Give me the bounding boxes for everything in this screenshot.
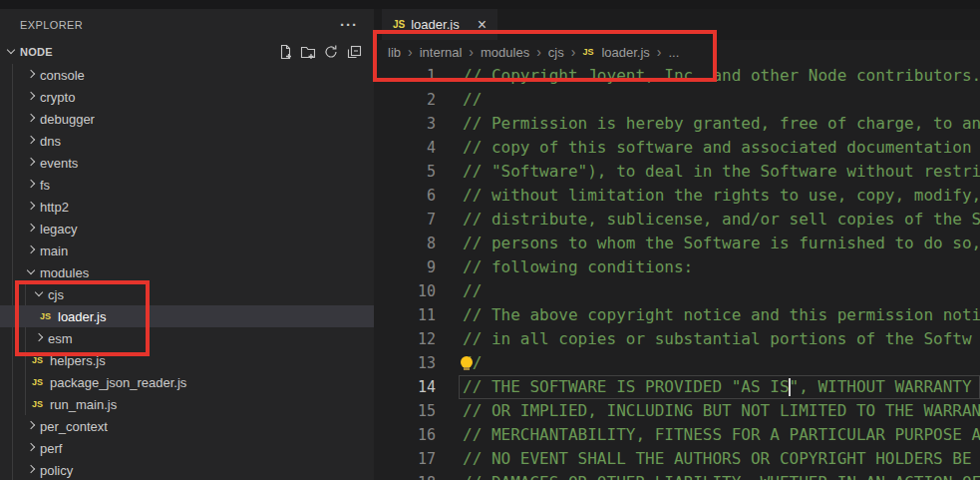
line-number[interactable]: 8 [374,232,436,255]
tree-item-per-context[interactable]: per_context [0,415,374,437]
code-line-10[interactable]: 10 // [374,279,980,303]
breadcrumb-item-lib[interactable]: lib [388,45,401,60]
breadcrumb-item-[interactable]: ... [668,45,679,60]
line-number[interactable]: 10 [374,279,436,303]
code-line-text: // copy of this software and associated … [459,136,980,160]
line-number[interactable]: 13 [374,351,436,375]
breadcrumb-item-modules[interactable]: modules [481,45,529,60]
code-line-16[interactable]: 16 // MERCHANTABILITY, FITNESS FOR A PAR… [374,423,980,447]
code-line-18[interactable]: 18 // DAMAGES OR OTHER LIABILITY, WHETHE… [374,471,980,480]
code-line-text: // [459,279,980,303]
new-file-icon[interactable] [277,44,293,60]
breadcrumb-item-cjs[interactable]: cjs [548,45,564,60]
line-number[interactable]: 2 [374,88,436,112]
tree-item-run-main-js[interactable]: JS run_main.js [0,393,374,415]
line-number[interactable]: 14 [374,375,436,399]
breadcrumb-separator-icon: › [657,44,662,60]
tree-item-label: policy [40,463,73,478]
tree-item-fs[interactable]: fs [0,174,374,196]
refresh-icon[interactable] [323,44,339,60]
code-line-8[interactable]: 8 // persons to whom the Software is fur… [374,232,980,255]
line-number[interactable]: 5 [374,160,436,184]
chevron-down-icon [4,45,18,59]
breadcrumb-item-loader-js[interactable]: JS loader.js [582,45,649,60]
chevron-icon [24,419,38,433]
chevron-icon [24,112,38,126]
tree-item-helpers-js[interactable]: JS helpers.js [0,349,374,371]
tree-item-label: loader.js [58,309,106,324]
code-line-12[interactable]: 12 // in all copies or substantial porti… [374,327,980,351]
lightbulb-icon[interactable] [461,356,473,368]
node-section-header[interactable]: NODE [0,40,374,64]
js-file-icon: JS [32,399,47,409]
js-file-icon: JS [393,19,405,30]
window-titlebar-strip [0,0,980,9]
tree-item-policy[interactable]: policy [0,459,374,480]
vscode-window: EXPLORER ··· NODE [0,0,980,480]
code-line-15[interactable]: 15 // OR IMPLIED, INCLUDING BUT NOT LIMI… [374,399,980,423]
tree-item-perf[interactable]: perf [0,437,374,459]
tree-item-crypto[interactable]: crypto [0,86,374,108]
code-line-4[interactable]: 4 // copy of this software and associate… [374,136,980,160]
line-number[interactable]: 16 [374,423,436,447]
code-line-14[interactable]: 14 // THE SOFTWARE IS PROVIDED "AS IS", … [374,375,980,399]
line-number[interactable]: 1 [374,64,436,88]
line-number[interactable]: 18 [374,471,436,480]
code-line-text: // distribute, sublicense, and/or sell c… [459,208,980,232]
tab-bar: JS loader.js × [374,9,980,40]
code-line-text: // [459,351,980,375]
tree-item-legacy[interactable]: legacy [0,218,374,240]
explorer-sidebar: EXPLORER ··· NODE [0,9,374,480]
code-line-text: // OR IMPLIED, INCLUDING BUT NOT LIMITED… [459,399,980,423]
line-number[interactable]: 9 [374,255,436,279]
new-folder-icon[interactable] [300,44,316,60]
line-number[interactable]: 15 [374,399,436,423]
code-line-text: // The above copyright notice and this p… [459,303,980,327]
code-line-11[interactable]: 11 // The above copyright notice and thi… [374,303,980,327]
breadcrumb-separator-icon: › [469,44,474,60]
tree-item-cjs[interactable]: cjs [0,283,374,305]
code-line-2[interactable]: 2 // [374,88,980,112]
line-number[interactable]: 17 [374,447,436,471]
chevron-icon [24,134,38,148]
line-number[interactable]: 3 [374,112,436,136]
chevron-icon [32,331,46,345]
close-icon[interactable]: × [478,18,487,32]
code-line-13[interactable]: 13 // [374,351,980,375]
tree-item-loader-js[interactable]: JS loader.js [0,305,374,327]
code-line-5[interactable]: 5 // "Software"), to deal in the Softwar… [374,160,980,184]
tree-item-esm[interactable]: esm [0,327,374,349]
tree-item-label: cjs [48,287,64,302]
line-number[interactable]: 12 [374,327,436,351]
line-number[interactable]: 4 [374,136,436,160]
tree-item-label: perf [40,441,62,456]
breadcrumb-label: cjs [548,45,564,60]
code-line-3[interactable]: 3 // Permission is hereby granted, free … [374,112,980,136]
code-line-7[interactable]: 7 // distribute, sublicense, and/or sell… [374,208,980,232]
tree-item-console[interactable]: console [0,64,374,86]
code-line-9[interactable]: 9 // following conditions: [374,255,980,279]
tree-item-main[interactable]: main [0,240,374,261]
code-line-text: // "Software"), to deal in the Software … [459,160,980,184]
code-line-1[interactable]: 1 // Copyright Joyent, Inc. and other No… [374,64,980,88]
code-line-6[interactable]: 6 // without limitation the rights to us… [374,184,980,208]
tree-item-debugger[interactable]: debugger [0,108,374,130]
tree-item-http2[interactable]: http2 [0,196,374,218]
breadcrumb-item-internal[interactable]: internal [420,45,463,60]
tree-item-modules[interactable]: modules [0,261,374,283]
line-number[interactable]: 11 [374,303,436,327]
code-line-text: // THE SOFTWARE IS PROVIDED "AS IS", WIT… [459,375,980,399]
breadcrumb: lib › internal › modules › cjs › JS load… [374,40,980,64]
tab-loader-js[interactable]: JS loader.js × [382,9,497,40]
line-number[interactable]: 7 [374,208,436,232]
tree-item-package-json-reader-js[interactable]: JS package_json_reader.js [0,371,374,393]
js-file-icon: JS [40,311,55,321]
collapse-all-icon[interactable] [346,44,362,60]
tree-item-events[interactable]: events [0,152,374,174]
code-line-text: // following conditions: [459,255,980,279]
tree-item-dns[interactable]: dns [0,130,374,152]
line-number[interactable]: 6 [374,184,436,208]
code-line-text: // Permission is hereby granted, free of… [459,112,980,136]
more-actions-icon[interactable]: ··· [340,20,358,30]
code-line-17[interactable]: 17 // NO EVENT SHALL THE AUTHORS OR COPY… [374,447,980,471]
